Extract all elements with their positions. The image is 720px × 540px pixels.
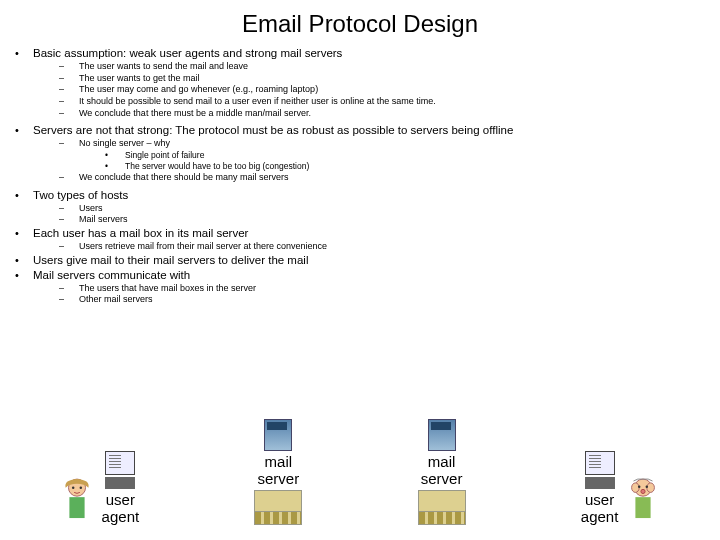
slide-title: Email Protocol Design [15, 10, 705, 38]
user-agent-label: user agent [102, 491, 140, 525]
bullet-l2: –The user may come and go whenever (e.g.… [59, 84, 705, 96]
svg-point-9 [641, 489, 645, 493]
user-agent-left: user agent [58, 451, 140, 525]
bullet-l2: –Users [59, 203, 705, 215]
server-icon [428, 419, 456, 451]
bullet-l1: •Two types of hosts [15, 188, 705, 203]
bullet-l3: •Single point of failure [105, 150, 705, 161]
mail-server-right: mail server [418, 419, 466, 525]
bullet-l2: –Users retrieve mail from their mail ser… [59, 241, 705, 253]
mail-server-label: mail server [421, 453, 463, 487]
svg-point-5 [632, 483, 640, 493]
bullet-l2: –We conclude that there should be many m… [59, 172, 705, 184]
bullet-l2: –The users that have mail boxes in the s… [59, 283, 705, 295]
content-outline: •Basic assumption: weak user agents and … [15, 46, 705, 306]
svg-point-2 [79, 486, 81, 488]
svg-point-7 [638, 485, 640, 487]
bullet-l1: •Basic assumption: weak user agents and … [15, 46, 705, 61]
bullet-l1: •Each user has a mail box in its mail se… [15, 226, 705, 241]
svg-point-1 [72, 486, 74, 488]
bullet-l2: –Other mail servers [59, 294, 705, 306]
bullet-l1: •Users give mail to their mail servers t… [15, 253, 705, 268]
bullet-l2: –The user wants to send the mail and lea… [59, 61, 705, 73]
computer-icon: user agent [581, 451, 619, 525]
person-icon [624, 475, 662, 525]
diagram: user agent mail server mail server user … [0, 405, 720, 525]
user-agent-label: user agent [581, 491, 619, 525]
svg-rect-3 [69, 497, 84, 518]
bullet-l1: •Mail servers communicate with [15, 268, 705, 283]
mail-server-label: mail server [258, 453, 300, 487]
user-agent-right: user agent [581, 451, 663, 525]
bullet-l2: –It should be possible to send mail to a… [59, 96, 705, 108]
bullet-l2: –Mail servers [59, 214, 705, 226]
bullet-l2: –No single server – why [59, 138, 705, 150]
server-icon [264, 419, 292, 451]
svg-point-6 [647, 483, 655, 493]
person-icon [58, 475, 96, 525]
bullet-l1: •Servers are not that strong: The protoc… [15, 123, 705, 138]
mail-server-left: mail server [254, 419, 302, 525]
computer-icon: user agent [102, 451, 140, 525]
bullet-l2: –The user wants to get the mail [59, 73, 705, 85]
bullet-l2: –We conclude that there must be a middle… [59, 108, 705, 120]
bullet-l3: •The server would have to be too big (co… [105, 161, 705, 172]
svg-point-8 [646, 485, 648, 487]
svg-rect-10 [636, 497, 651, 518]
